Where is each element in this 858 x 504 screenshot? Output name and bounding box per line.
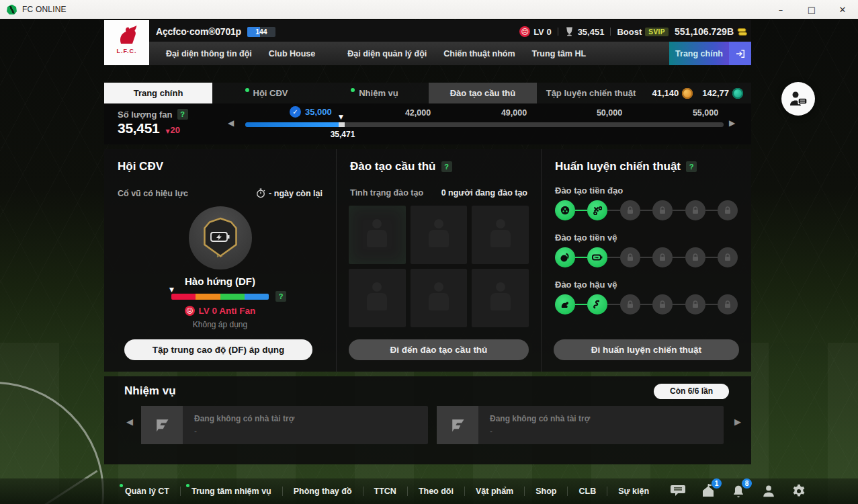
- current-fan-value: 35,471: [323, 130, 363, 139]
- gauge-next-arrow[interactable]: ▶: [729, 118, 735, 128]
- milestone-55000: 55,000: [682, 108, 729, 118]
- gauge-prev-arrow[interactable]: ◀: [228, 118, 234, 128]
- check-circle-icon: ✓: [290, 106, 301, 118]
- training-slot[interactable]: [411, 269, 468, 327]
- apply-cheer-button[interactable]: Tập trung cao độ (DF) áp dụng: [124, 339, 312, 360]
- locked-stage-icon[interactable]: [620, 200, 640, 220]
- go-player-training-button[interactable]: Đi đến đào tạo cầu thủ: [349, 339, 529, 360]
- section-tabs: Trang chính Hội CĐV Nhiệm vụ Đào tạo cầu…: [104, 83, 751, 103]
- missions-panel: Nhiệm vụ Còn 6/6 lần ◀ Đang không có nhà…: [104, 376, 751, 464]
- locked-stage-icon[interactable]: [652, 247, 673, 267]
- milestone-49000: 49,000: [490, 108, 538, 118]
- training-stage-ball-icon[interactable]: [555, 200, 575, 220]
- home-flag-icon[interactable]: 1: [699, 482, 717, 500]
- training-slot[interactable]: [349, 269, 406, 327]
- days-left: - ngày còn lại: [256, 188, 323, 198]
- locked-stage-icon[interactable]: [718, 200, 738, 220]
- tab-tactic-training[interactable]: Tập luyện chiến thuật: [537, 83, 645, 103]
- level-marker-icon: ▼: [169, 286, 174, 293]
- bottom-nav-items[interactable]: Vật phẩm: [465, 487, 524, 496]
- tab-fan-club[interactable]: Hội CĐV: [212, 83, 320, 103]
- sponsor-empty-text: Đang không có nhà tài trợ: [194, 414, 294, 423]
- missions-prev-arrow[interactable]: ◀: [126, 417, 133, 427]
- bell-icon[interactable]: 8: [730, 482, 747, 500]
- help-icon[interactable]: ?: [686, 161, 697, 172]
- training-slot[interactable]: [349, 206, 406, 264]
- chat-icon[interactable]: [669, 482, 687, 500]
- notification-dot: [120, 484, 123, 487]
- training-status-label: Tình trạng đào tạo: [350, 188, 423, 198]
- support-chat-fab[interactable]: [781, 82, 815, 116]
- profile-icon[interactable]: [760, 482, 777, 500]
- training-stage-battery-icon[interactable]: [587, 247, 607, 267]
- locked-stage-icon[interactable]: [620, 294, 640, 314]
- nav-team-manage[interactable]: Đại diện quản lý đội: [347, 49, 427, 58]
- bottom-nav-bar: Quản lý CT Trung tâm nhiệm vụ Phòng thay…: [0, 478, 858, 504]
- training-stage-snake-icon[interactable]: [587, 294, 607, 314]
- locked-stage-icon[interactable]: [718, 294, 738, 314]
- training-stage-tactics-icon[interactable]: [587, 200, 607, 220]
- missions-next-arrow[interactable]: ▶: [734, 417, 741, 427]
- sponsor-card[interactable]: Đang không có nhà tài trợ -: [437, 406, 724, 444]
- bottom-nav-mission-center[interactable]: Trung tâm nhiệm vụ: [181, 487, 282, 496]
- milestone-35000[interactable]: ✓ 35,000: [290, 106, 332, 118]
- svip-badge: SVIP: [645, 28, 669, 36]
- fan-level-bar: ▼ ?: [171, 294, 269, 300]
- training-slot[interactable]: [472, 206, 529, 264]
- gear-icon[interactable]: [790, 482, 808, 500]
- training-stage-animal-icon[interactable]: [555, 294, 575, 314]
- go-tactic-training-button[interactable]: Đi huấn luyện chiến thuật: [554, 339, 739, 360]
- fan-count-value: 35,451: [118, 120, 159, 136]
- help-icon[interactable]: ?: [275, 291, 286, 302]
- help-icon[interactable]: ?: [177, 109, 188, 120]
- bottom-nav-locker-room[interactable]: Phòng thay đồ: [283, 487, 363, 496]
- fan-club-title: Hội CĐV: [118, 160, 323, 173]
- training-stage-ball-icon[interactable]: [555, 247, 575, 267]
- user-info: Açcfco·com®0701p 144: [156, 25, 275, 38]
- bottom-nav-events[interactable]: Sự kiện: [607, 487, 660, 496]
- fan-count-label: Số lượng fan: [118, 110, 173, 120]
- defender-training-track: [555, 294, 738, 314]
- close-button[interactable]: ✕: [827, 0, 858, 19]
- bottom-nav-ct-manage[interactable]: Quản lý CT: [114, 487, 180, 496]
- bottom-nav-ttcn[interactable]: TTCN: [363, 487, 407, 496]
- fan-progress-track[interactable]: [245, 122, 724, 127]
- maximize-button[interactable]: □: [796, 0, 827, 19]
- sponsor-card[interactable]: Đang không có nhà tài trợ -: [141, 406, 428, 444]
- fc-sponsor-logo: [141, 406, 183, 444]
- milestone-42000: 42,000: [394, 108, 441, 118]
- bottom-nav-follow[interactable]: Theo dõi: [408, 487, 464, 496]
- help-icon[interactable]: ?: [441, 161, 452, 172]
- training-slot[interactable]: [411, 206, 468, 264]
- tab-player-training[interactable]: Đào tạo cầu thủ: [429, 83, 537, 103]
- tab-missions[interactable]: Nhiệm vụ: [320, 83, 429, 103]
- teal-coin-icon: [732, 88, 743, 99]
- fan-count-stat: 35,451: [564, 26, 605, 37]
- locked-stage-icon[interactable]: [620, 247, 640, 267]
- tab-main[interactable]: Trang chính: [104, 83, 212, 103]
- locked-stage-icon[interactable]: [652, 294, 673, 314]
- empty-player-silhouette: [366, 219, 388, 250]
- nav-training-center[interactable]: Trung tâm HL: [532, 49, 587, 58]
- midfielder-training-label: Đào tạo tiền vệ: [555, 233, 738, 243]
- locked-stage-icon[interactable]: [718, 247, 738, 267]
- fan-club-badge[interactable]: FF: [189, 206, 252, 269]
- locked-stage-icon[interactable]: [652, 200, 673, 220]
- bell-notification-badge: 8: [742, 478, 752, 489]
- locked-stage-icon[interactable]: [685, 247, 705, 267]
- notification-dot: [245, 88, 249, 92]
- club-crest[interactable]: L.F.C.: [104, 20, 149, 65]
- minimize-button[interactable]: –: [765, 0, 796, 19]
- player-training-title: Đào tạo cầu thủ: [350, 160, 436, 173]
- fan-progress-handle[interactable]: [339, 122, 345, 127]
- bottom-nav-shop[interactable]: Shop: [525, 487, 567, 496]
- home-page-button[interactable]: Trang chính: [669, 42, 751, 65]
- nav-club-house[interactable]: Club House: [269, 49, 315, 58]
- locked-stage-icon[interactable]: [685, 200, 705, 220]
- locked-stage-icon[interactable]: [685, 294, 705, 314]
- bottom-nav-clb[interactable]: CLB: [568, 487, 607, 496]
- nav-team-info[interactable]: Đại diện thông tin đội: [166, 49, 252, 58]
- striker-training-label: Đào tạo tiền đạo: [555, 185, 738, 196]
- nav-group-tactics[interactable]: Chiến thuật nhóm: [443, 49, 515, 58]
- training-slot[interactable]: [472, 269, 529, 327]
